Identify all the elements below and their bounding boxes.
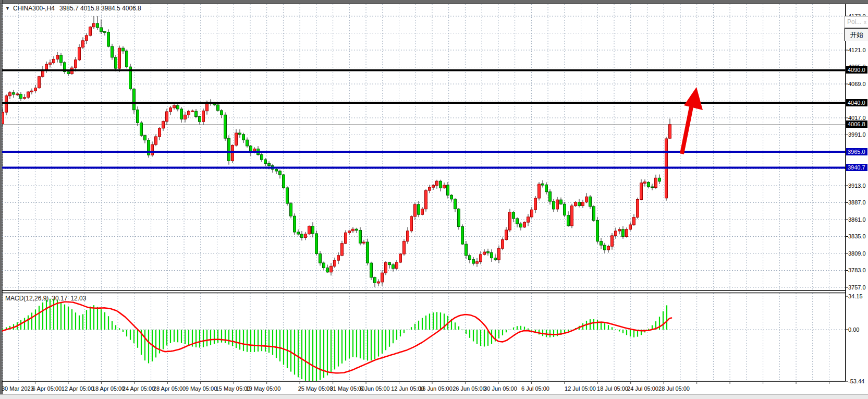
macd-histogram-bar — [148, 330, 149, 364]
candle-body — [527, 217, 530, 222]
candle-body — [221, 111, 223, 115]
macd-histogram-bar — [261, 330, 262, 351]
macd-histogram-bar — [177, 330, 178, 342]
macd-histogram-bar — [630, 330, 631, 336]
time-axis-label: 16 Jun 05:00 — [419, 385, 453, 392]
macd-histogram-bar — [217, 330, 218, 343]
candle-body — [246, 140, 249, 146]
candle-body — [509, 212, 511, 230]
macd-histogram-bar — [20, 320, 21, 330]
macd-histogram-bar — [506, 330, 507, 332]
macd-histogram-bar — [268, 330, 270, 353]
macd-histogram-bar — [418, 321, 419, 330]
macd-histogram-bar — [411, 327, 412, 330]
macd-histogram-bar — [31, 312, 32, 330]
price-tick-label: 3757.0 — [848, 284, 867, 291]
candle-body — [352, 229, 354, 231]
time-axis-label: 6 Jun 05:00 — [360, 385, 390, 392]
candle-body — [294, 216, 296, 232]
macd-histogram-bar — [283, 330, 284, 365]
macd-histogram-bar — [476, 330, 478, 344]
macd-histogram-bar — [590, 319, 591, 330]
macd-histogram-bar — [608, 325, 609, 330]
candle-body — [82, 41, 84, 47]
macd-histogram-bar — [279, 330, 280, 361]
candle-body — [283, 175, 285, 188]
candle-body — [618, 229, 621, 231]
candle-body — [202, 111, 205, 122]
candle-body — [655, 178, 657, 187]
price-tick-label: 4069.0 — [848, 81, 867, 88]
macd-histogram-bar — [123, 330, 124, 332]
candle-body — [443, 185, 446, 188]
macd-histogram-bar — [155, 330, 156, 357]
candle-body — [388, 262, 391, 264]
candle-body — [231, 145, 234, 161]
chart-dropdown-icon[interactable]: ▼ — [5, 6, 10, 11]
popup-titlebar: Poi... x — [845, 17, 868, 28]
macd-histogram-bar — [316, 330, 317, 381]
macd-histogram-bar — [349, 330, 350, 358]
macd-histogram-bar — [210, 330, 211, 345]
candle-body — [126, 51, 128, 67]
candle-body — [472, 260, 475, 263]
macd-histogram-bar — [305, 330, 306, 381]
time-axis-label: 9 May 05:00 — [186, 385, 217, 392]
popup-close-icon[interactable]: x — [864, 17, 866, 28]
macd-histogram-bar — [513, 328, 514, 330]
candle-body — [491, 252, 493, 258]
macd-histogram-bar — [396, 330, 397, 340]
macd-histogram-bar — [185, 330, 186, 344]
macd-histogram-bar — [79, 316, 80, 330]
candle-body — [60, 55, 63, 63]
macd-histogram-bar — [327, 330, 328, 376]
candle-body — [582, 202, 584, 206]
candle-body — [315, 234, 318, 254]
candle-body — [111, 46, 114, 57]
macd-histogram-bar — [170, 330, 171, 343]
candle-body — [403, 241, 406, 254]
time-axis-label: 24 Apr 05:00 — [123, 385, 155, 392]
candle-body — [629, 225, 632, 229]
macd-histogram-bar — [363, 330, 364, 360]
candle-body — [115, 57, 117, 68]
trend-arrow-shaft[interactable] — [682, 107, 691, 154]
candle-body — [2, 112, 4, 124]
macd-histogram-bar — [542, 330, 543, 336]
candle-body — [553, 201, 555, 209]
candle-body — [348, 231, 351, 233]
candle-body — [297, 232, 300, 234]
macd-histogram-bar — [64, 305, 65, 330]
macd-histogram-bar — [24, 318, 25, 330]
candle-body — [399, 254, 402, 262]
macd-histogram-bar — [498, 330, 499, 338]
candle-body — [480, 255, 482, 262]
macd-histogram-bar — [250, 330, 251, 352]
candle-body — [239, 133, 241, 135]
macd-label: MACD(12,26,9) — [5, 295, 48, 302]
macd-histogram-bar — [619, 330, 620, 332]
macd-histogram-bar — [236, 330, 237, 348]
candle-body — [370, 263, 373, 277]
start-button[interactable]: 开始 — [845, 28, 868, 41]
candle-body — [195, 111, 198, 116]
trend-arrow-head[interactable] — [684, 87, 703, 110]
macd-histogram-bar — [2, 329, 3, 330]
macd-histogram-bar — [97, 307, 98, 330]
macd-histogram-bar — [101, 309, 102, 330]
candle-body — [421, 209, 424, 214]
macd-histogram-bar — [214, 330, 215, 344]
candle-body — [564, 204, 566, 215]
macd-histogram-bar — [28, 316, 29, 330]
macd-histogram-bar — [312, 330, 313, 382]
candle-body — [523, 222, 526, 227]
main-panel — [2, 16, 846, 287]
candle-body — [622, 229, 625, 237]
price-level-label: 4006.8 — [846, 120, 867, 128]
macd-histogram-bar — [272, 330, 273, 355]
macd-tick-label: 34.15 — [848, 293, 863, 300]
macd-histogram-bar — [265, 330, 266, 352]
macd-histogram-bar — [615, 329, 616, 330]
macd-histogram-bar — [393, 330, 394, 343]
price-tick-label: 3835.0 — [848, 233, 867, 240]
